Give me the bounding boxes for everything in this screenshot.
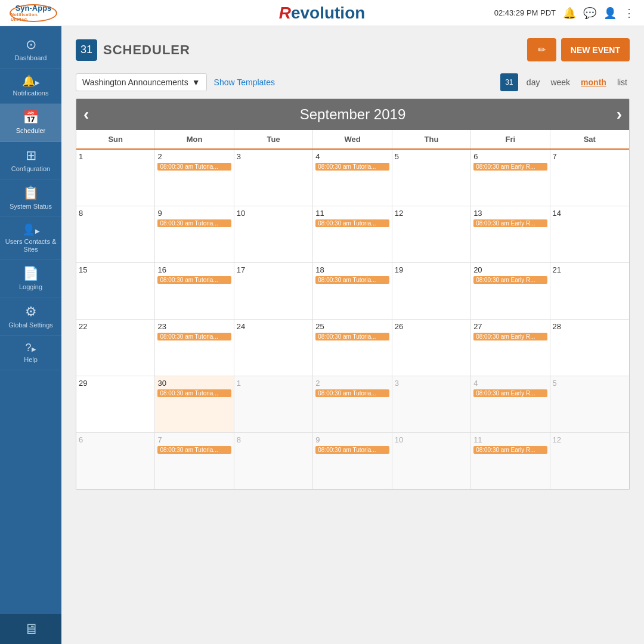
event-bar[interactable]: 08:00:30 am Tutoria... xyxy=(315,276,389,284)
dropdown-value: Washington Announcements xyxy=(82,78,188,87)
event-bar[interactable]: 08:00:30 am Tutoria... xyxy=(315,219,389,227)
event-bar[interactable]: 08:00:30 am Tutoria... xyxy=(315,389,389,397)
sidebar-item-configuration[interactable]: ⊞ Configuration xyxy=(0,142,61,179)
calendar-nav: ‹ September 2019 › xyxy=(76,99,629,130)
day-number: 3 xyxy=(395,379,468,388)
calendar-cell[interactable]: 8 xyxy=(76,206,155,263)
user-icon[interactable]: 👤 xyxy=(603,7,617,20)
day-number: 3 xyxy=(237,152,310,161)
calendar-cell[interactable]: 5 xyxy=(392,150,471,206)
sidebar-item-global-settings[interactable]: ⚙ Global Settings xyxy=(0,298,61,336)
calendar-cell[interactable]: 14 xyxy=(550,206,629,263)
calendar-cell[interactable]: 1 xyxy=(234,376,313,433)
sidebar-item-logging[interactable]: 📄 Logging xyxy=(0,260,61,298)
event-bar[interactable]: 08:00:30 am Early R... xyxy=(473,333,547,340)
event-bar[interactable]: 08:00:30 am Tutoria... xyxy=(315,163,389,171)
calendar-cell[interactable]: 7 xyxy=(550,150,629,206)
calendar-cell[interactable]: 1108:00:30 am Tutoria... xyxy=(313,206,392,263)
calendar-cell[interactable]: 6 xyxy=(76,433,155,490)
calendar-cell[interactable]: 1 xyxy=(76,150,155,206)
day-number: 18 xyxy=(315,265,389,274)
calendar-cell[interactable]: 17 xyxy=(234,263,313,320)
calendar-cell[interactable]: 1108:00:30 am Early R... xyxy=(471,433,550,490)
calendar-cell[interactable]: 208:00:30 am Tutoria... xyxy=(313,376,392,433)
sidebar-item-users-contacts-sites[interactable]: 👤▶ Users Contacts & Sites xyxy=(0,217,61,260)
calendar-cell[interactable]: 24 xyxy=(234,320,313,376)
calendar-cell[interactable]: 408:00:30 am Tutoria... xyxy=(313,150,392,206)
event-bar[interactable]: 08:00:30 am Tutoria... xyxy=(157,333,231,340)
calendar-cell[interactable]: 1308:00:30 am Early R... xyxy=(471,206,550,263)
calendar-cell[interactable]: 3008:00:30 am Tutoria... xyxy=(155,376,234,433)
new-event-button[interactable]: NEW EVENT xyxy=(561,38,630,61)
calendar-cell[interactable]: 1608:00:30 am Tutoria... xyxy=(155,263,234,320)
calendar-cell[interactable]: 19 xyxy=(392,263,471,320)
day-number: 8 xyxy=(79,209,152,218)
event-bar[interactable]: 08:00:30 am Early R... xyxy=(473,276,547,284)
sidebar-item-system-status[interactable]: 📋 System Status xyxy=(0,179,61,217)
event-bar[interactable]: 08:00:30 am Tutoria... xyxy=(157,446,231,454)
day-number: 4 xyxy=(473,379,547,388)
day-number: 1 xyxy=(79,152,152,161)
event-bar[interactable]: 08:00:30 am Early R... xyxy=(473,389,547,397)
calendar-cell[interactable]: 1808:00:30 am Tutoria... xyxy=(313,263,392,320)
event-bar[interactable]: 08:00:30 am Tutoria... xyxy=(157,219,231,227)
calendar-cell[interactable]: 22 xyxy=(76,320,155,376)
calendar-cell[interactable]: 2708:00:30 am Early R... xyxy=(471,320,550,376)
day-number: 19 xyxy=(395,265,468,274)
month-view-button[interactable]: month xyxy=(578,76,609,88)
calendar-cell[interactable]: 2308:00:30 am Tutoria... xyxy=(155,320,234,376)
calendar-cell[interactable]: 26 xyxy=(392,320,471,376)
day-number: 8 xyxy=(237,435,310,444)
show-templates-button[interactable]: Show Templates xyxy=(214,78,275,87)
sidebar-item-help[interactable]: ?▶ Help xyxy=(0,336,61,370)
event-bar[interactable]: 08:00:30 am Early R... xyxy=(473,163,547,171)
event-bar[interactable]: 08:00:30 am Tutoria... xyxy=(157,163,231,171)
calendar-cell[interactable]: 15 xyxy=(76,263,155,320)
sidebar-label-notifications: Notifications xyxy=(13,89,49,97)
calendar-cell[interactable]: 5 xyxy=(550,376,629,433)
event-bar[interactable]: 08:00:30 am Tutoria... xyxy=(157,276,231,284)
calendar-cell[interactable]: 408:00:30 am Early R... xyxy=(471,376,550,433)
calendar-cell[interactable]: 12 xyxy=(550,433,629,490)
calendar-cell[interactable]: 608:00:30 am Early R... xyxy=(471,150,550,206)
calendar-cell[interactable]: 29 xyxy=(76,376,155,433)
notifications-icon: 🔔▶ xyxy=(22,75,40,88)
calendar-cell[interactable]: 10 xyxy=(234,206,313,263)
calendar-cell[interactable]: 28 xyxy=(550,320,629,376)
top-header: Syn-Apps Notification. Unified. Revoluti… xyxy=(0,0,644,26)
prev-month-button[interactable]: ‹ xyxy=(83,105,89,124)
event-bar[interactable]: 08:00:30 am Tutoria... xyxy=(315,333,389,340)
calendar-cell[interactable]: 10 xyxy=(392,433,471,490)
next-month-button[interactable]: › xyxy=(617,105,622,124)
list-view-button[interactable]: list xyxy=(615,76,630,88)
event-bar[interactable]: 08:00:30 am Tutoria... xyxy=(315,446,389,454)
event-bar[interactable]: 08:00:30 am Early R... xyxy=(473,219,547,227)
day-header-thu: Thu xyxy=(392,130,471,148)
calendar-cell[interactable]: 12 xyxy=(392,206,471,263)
sidebar-item-notifications[interactable]: 🔔▶ Notifications xyxy=(0,69,61,104)
calendar-cell[interactable]: 208:00:30 am Tutoria... xyxy=(155,150,234,206)
calendar-cell[interactable]: 908:00:30 am Tutoria... xyxy=(313,433,392,490)
monitor-icon[interactable]: 🖥 xyxy=(24,621,38,637)
more-icon[interactable]: ⋮ xyxy=(624,7,634,20)
week-view-button[interactable]: week xyxy=(548,76,572,88)
calendar-cell[interactable]: 3 xyxy=(234,150,313,206)
calendar-cell[interactable]: 3 xyxy=(392,376,471,433)
calendar-cell[interactable]: 2008:00:30 am Early R... xyxy=(471,263,550,320)
day-number: 12 xyxy=(395,209,468,218)
event-bar[interactable]: 08:00:30 am Early R... xyxy=(473,446,547,454)
sidebar-item-dashboard[interactable]: ⊙ Dashboard xyxy=(0,31,61,69)
calendar-dropdown[interactable]: Washington Announcements ▼ xyxy=(76,73,207,91)
calendar-cell[interactable]: 21 xyxy=(550,263,629,320)
bell-header-icon[interactable]: 🔔 xyxy=(563,7,576,20)
calendar-cell[interactable]: 2508:00:30 am Tutoria... xyxy=(313,320,392,376)
calendar-cell[interactable]: 908:00:30 am Tutoria... xyxy=(155,206,234,263)
day-number: 7 xyxy=(553,152,627,161)
calendar-cell[interactable]: 708:00:30 am Tutoria... xyxy=(155,433,234,490)
sidebar-item-scheduler[interactable]: 📅 Scheduler xyxy=(0,104,61,141)
event-bar[interactable]: 08:00:30 am Tutoria... xyxy=(157,389,231,397)
message-icon[interactable]: 💬 xyxy=(583,7,596,20)
calendar-cell[interactable]: 8 xyxy=(234,433,313,490)
day-view-button[interactable]: day xyxy=(524,76,543,88)
edit-button[interactable]: ✏ xyxy=(527,38,556,61)
